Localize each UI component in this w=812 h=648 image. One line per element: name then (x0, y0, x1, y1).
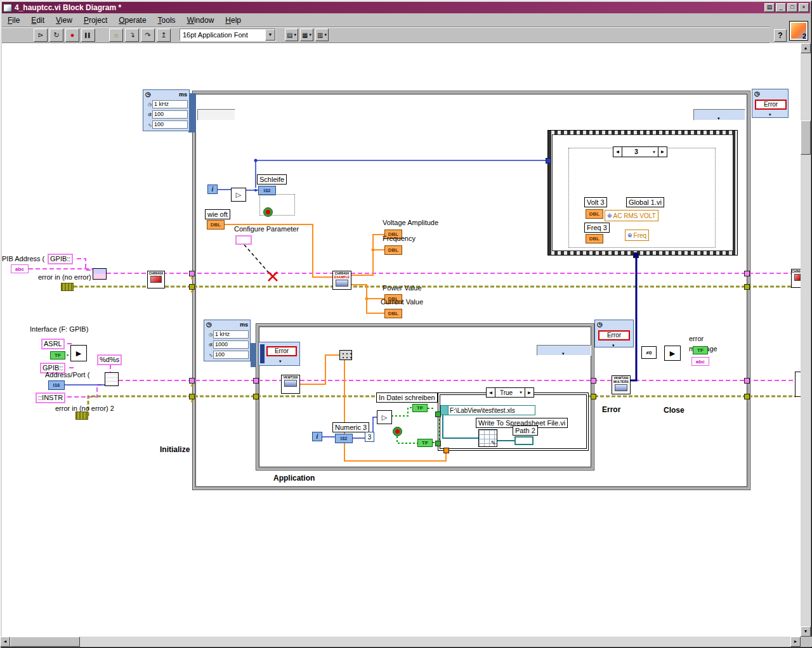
path2-terminal[interactable] (514, 436, 534, 445)
tunnel-olive[interactable] (591, 394, 596, 399)
volt3-label[interactable]: Volt 3 (584, 197, 607, 207)
numeric-constant-3[interactable]: 3 (365, 432, 374, 442)
in-datei-label[interactable]: In Datei schreiben (376, 392, 438, 403)
case-tunnel-green-lower[interactable] (435, 441, 441, 446)
minimize-button[interactable]: _ (776, 3, 786, 12)
current-dbl-indicator[interactable]: DBL (384, 309, 402, 318)
format-into-string-node[interactable] (105, 372, 119, 386)
pause-button[interactable]: ▌▌ (81, 29, 95, 42)
distribute-objects-dropdown[interactable]: ▦▾ (300, 29, 313, 41)
write-spreadsheet-vi[interactable]: ✎ (478, 429, 497, 447)
frame-number[interactable]: 3 (622, 148, 650, 155)
frame-selector-collapsed[interactable] (197, 109, 235, 120)
menu-edit[interactable]: Edit (25, 15, 50, 26)
case-value[interactable]: True (495, 389, 517, 396)
stop-condition-led-inner[interactable] (393, 427, 402, 436)
instr-string-constant[interactable]: ::INSTR (36, 392, 65, 403)
window-extra-button[interactable]: ▤ (764, 3, 775, 12)
reorder-dropdown[interactable]: ▥▾ (315, 29, 329, 41)
context-help-button[interactable]: ? (774, 29, 787, 42)
case-prev-button[interactable]: ◄ (487, 388, 495, 397)
tunnel-olive[interactable] (744, 284, 750, 290)
numeric3-i32-terminal[interactable]: I32 (335, 434, 353, 443)
case-tunnel-green-upper[interactable] (435, 411, 441, 417)
menu-project[interactable]: Project (78, 15, 113, 26)
horizontal-scrollbar[interactable] (0, 637, 801, 647)
error-panel-inner-left[interactable]: Error ▾ (258, 342, 300, 366)
cluster-constant[interactable] (235, 235, 252, 245)
wie-oft-dbl-terminal[interactable]: DBL (207, 220, 225, 230)
scroll-right-button[interactable]: ► (790, 637, 801, 647)
numeric3-label[interactable]: Numeric 3 (332, 422, 369, 432)
close-button[interactable]: × (799, 3, 809, 12)
error-cluster-constant[interactable] (61, 283, 74, 291)
feedback-node[interactable] (339, 350, 352, 360)
error-out-box[interactable]: Error (755, 100, 787, 110)
tunnel-olive[interactable] (253, 394, 259, 399)
tf-constant[interactable]: TF (50, 351, 65, 360)
tf-terminal-lower[interactable]: TF (417, 439, 433, 447)
abort-button[interactable]: ● (65, 29, 79, 42)
rate-value[interactable]: 1 kHz (213, 330, 249, 339)
period-value[interactable]: 100 (152, 120, 188, 129)
global-freq[interactable]: ⊕ Freq (625, 230, 649, 241)
scroll-up-button[interactable]: ▲ (801, 43, 811, 53)
tunnel-pink[interactable] (744, 378, 750, 384)
align-objects-dropdown[interactable]: ▤▾ (285, 29, 298, 41)
vi-icon-thumbnail[interactable]: 2 (789, 21, 808, 41)
vkwt200-close-vi-partial[interactable] (795, 372, 801, 397)
wie-oft-label[interactable]: wie oft (205, 209, 230, 219)
frame-next-button[interactable]: ► (658, 147, 667, 157)
case-selector[interactable]: ◄ True ▾ ► (486, 387, 534, 398)
vertical-scroll-thumb[interactable] (801, 120, 811, 155)
case-tunnel-orange[interactable] (443, 448, 449, 453)
scroll-down-button[interactable]: ▼ (801, 626, 811, 637)
horizontal-scroll-thumb[interactable] (10, 637, 80, 647)
volt3-dbl-terminal[interactable]: DBL (586, 209, 603, 219)
rate-value[interactable]: 1 kHz (152, 100, 188, 108)
format-string-constant[interactable]: %d%s (97, 354, 122, 365)
error-box-right[interactable]: Error (598, 330, 630, 340)
file-path-constant[interactable]: F:\LabView\test\test.xls (440, 405, 535, 415)
highlight-execution-button[interactable]: ☼ (109, 29, 123, 42)
sequence-frame-selector[interactable]: ◄ 3 ▾ ► (613, 146, 667, 157)
comparison-node-inner[interactable]: ▷ (377, 410, 392, 424)
scroll-left-button[interactable]: ◄ (0, 637, 10, 647)
menu-file[interactable]: File (2, 15, 25, 26)
titlebar[interactable]: 4_hauptcc.vi Block Diagram * ▤ _ □ × (2, 2, 810, 13)
frame-selector-collapsed-inner[interactable]: ▾ (537, 345, 591, 356)
vkwt200-multers-vi[interactable]: VKWT200 MULTERS (612, 375, 631, 394)
error-panel-right[interactable]: ◷ Error ▾ (594, 320, 634, 347)
i16-terminal[interactable]: I16 (48, 380, 65, 390)
error-cluster-constant-2[interactable] (75, 411, 88, 420)
menu-view[interactable]: View (50, 15, 78, 26)
global1-label[interactable]: Global 1.vi (626, 197, 664, 207)
freq3-dbl-terminal[interactable]: DBL (586, 234, 603, 243)
period-value[interactable]: 100 (213, 351, 249, 359)
global-ac-rms-volt[interactable]: ⊕ AC RMS VOLT (605, 210, 658, 221)
sequence-tunnel-navy[interactable] (633, 252, 639, 258)
menu-tools[interactable]: Tools (152, 15, 181, 26)
menu-window[interactable]: Window (181, 15, 220, 26)
case-next-button[interactable]: ► (525, 388, 534, 397)
not-equal-zero-node[interactable]: ≠0 (641, 346, 657, 359)
gpib-string-constant[interactable]: GPIB:: (48, 254, 73, 264)
error-message-string-terminal[interactable]: abc (691, 357, 709, 366)
error-out-panel-top-right[interactable]: ◷ Error ▾ (752, 89, 789, 118)
dt-value[interactable]: 100 (152, 110, 188, 119)
tf-terminal-upper[interactable]: TF (412, 404, 428, 412)
tunnel-pink[interactable] (591, 378, 596, 384)
stop-condition-led[interactable] (263, 207, 273, 217)
tunnel-olive[interactable] (744, 394, 750, 399)
font-dropdown-button[interactable]: ▼ (265, 29, 275, 41)
asrl-string-constant[interactable]: ASRL (41, 339, 65, 349)
menu-help[interactable]: Help (219, 15, 247, 26)
timed-loop-config-left[interactable]: ◷ ms ◷1 kHz dt100 ³₂100 (143, 89, 190, 131)
error-box-inner[interactable]: Error (266, 346, 297, 356)
frame-selector-collapsed-right[interactable]: ▾ (693, 109, 745, 120)
sequence-tunnel-blue[interactable] (546, 158, 551, 164)
tunnel-pink[interactable] (253, 378, 259, 384)
font-selector[interactable]: 16pt Application Font ▼ (180, 29, 276, 41)
select-function-node[interactable]: ▶ (70, 345, 87, 361)
timed-loop-config-inner[interactable]: ◷ ms ◷1 kHz dt1000 ³₂100 (204, 320, 251, 361)
